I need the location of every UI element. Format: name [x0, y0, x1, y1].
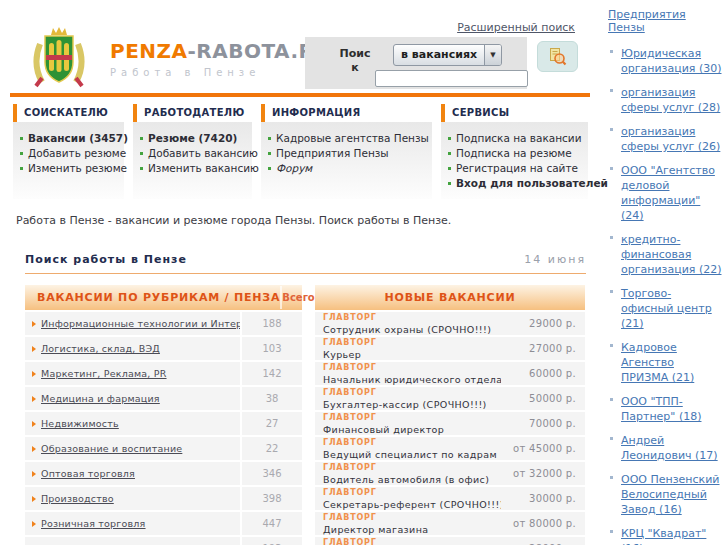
rubric-link-cell: Образование и воспитание — [25, 437, 240, 460]
arrow-right-icon — [32, 421, 36, 427]
company-link[interactable]: Андрей Леонидович (17) — [621, 434, 718, 462]
nav-column: РАБОТОДАТЕЛЮ Резюме (7420)Добавить вакан… — [133, 104, 252, 199]
nav-item[interactable]: Изменить вакансию — [140, 161, 249, 176]
nav-item[interactable]: Форум — [268, 161, 429, 176]
company-link[interactable]: кредитно-финансовая организация (22) — [621, 233, 722, 276]
company-link[interactable]: Кадровое Агенство ПРИЗМА (21) — [621, 341, 694, 384]
vacancy-row[interactable]: ГЛАВТОРГ Начальник юридического отдела 6… — [315, 362, 585, 385]
arrow-right-icon — [32, 521, 36, 527]
companies-sidebar-title[interactable]: Предприятия Пензы — [608, 8, 722, 34]
company-link[interactable]: организация сферы услуг (26) — [621, 125, 720, 153]
vacancy-salary: 60000 р. — [501, 368, 585, 379]
search-button[interactable] — [537, 41, 578, 72]
nav-item-label: Форум — [276, 162, 312, 174]
rubric-row: Оптовая торговля 346 — [25, 462, 302, 485]
nav-item[interactable]: Подписка на вакансии — [448, 131, 585, 146]
company-list-item: организация сферы услуг (28) — [608, 84, 722, 114]
vacancy-info: ГЛАВТОРГ Водитель автомобиля (в офис) — [315, 463, 501, 485]
search-input[interactable] — [375, 70, 528, 87]
site-title: PENZA-RABOTA.RU — [110, 39, 331, 63]
vacancy-row[interactable]: ГЛАВТОРГ Сотрудник охраны (СРОЧНО!!!) 29… — [315, 312, 585, 335]
company-link[interactable]: ООО "Агентство деловой информации" (24) — [621, 164, 715, 222]
arrow-right-icon — [32, 346, 36, 352]
nav-item[interactable]: Подписка на резюме — [448, 146, 585, 161]
vacancy-company: ГЛАВТОРГ — [323, 463, 501, 472]
rubric-link[interactable]: Медицина и фармация — [41, 393, 160, 404]
company-link[interactable]: КРЦ "Квадрат" (16) — [621, 527, 706, 545]
bullet-icon — [268, 152, 271, 155]
vacancy-row[interactable]: ГЛАВТОРГ Секретарь-референт (СРОЧНО!!!) … — [315, 487, 585, 510]
vacancies-title: НОВЫЕ ВАКАНСИИ — [315, 291, 585, 304]
vacancy-position: Директор магазина — [323, 524, 501, 535]
company-list-item: Юридическая организация (30) — [608, 45, 722, 75]
rubric-link[interactable]: Образование и воспитание — [41, 443, 182, 454]
rubric-row: Недвижимость 27 — [25, 412, 302, 435]
search-scope-select[interactable]: в вакансиях ▼ — [393, 44, 502, 66]
rubric-link[interactable]: Маркетинг, Реклама, PR — [41, 368, 167, 379]
header-divider — [10, 93, 590, 97]
company-list-item: кредитно-финансовая организация (22) — [608, 231, 722, 276]
rubric-count: 398 — [242, 487, 302, 510]
vacancy-row[interactable]: ГЛАВТОРГ Финансовый директор 70000 р. — [315, 412, 585, 435]
rubric-link[interactable]: Информационные технологии и Интернет — [41, 318, 240, 329]
nav-column-items: Подписка на вакансииПодписка на резюмеРе… — [441, 122, 588, 199]
vacancy-salary: 70000 р. — [501, 418, 585, 429]
rubric-link[interactable]: Недвижимость — [41, 418, 119, 429]
nav-item[interactable]: Кадровые агентства Пензы — [268, 131, 429, 146]
nav-item-label: Предприятия Пензы — [276, 147, 389, 159]
nav-item[interactable]: Добавить резюме — [20, 146, 121, 161]
vacancy-position: Сотрудник охраны (СРОЧНО!!!) — [323, 324, 501, 335]
rubric-count: 38 — [242, 387, 302, 410]
nav-item[interactable]: Регистрация на сайте — [448, 161, 585, 176]
vacancy-salary: от 80000 р. — [501, 518, 585, 529]
vacancy-company: ГЛАВТОРГ — [323, 438, 501, 447]
nav-item[interactable]: Вакансии (3457) — [20, 131, 121, 146]
search-label: Поиск — [337, 47, 373, 75]
nav-item-label: Изменить резюме — [28, 162, 127, 174]
vacancy-row[interactable]: ГЛАВТОРГ Водитель автомобиля (в офис) от… — [315, 462, 585, 485]
nav-item[interactable]: Добавить вакансию — [140, 146, 249, 161]
penza-coat-of-arms-icon — [30, 26, 88, 88]
nav-item[interactable]: Резюме (7420) — [140, 131, 249, 146]
bullet-icon — [268, 137, 271, 140]
chevron-down-icon[interactable]: ▼ — [484, 45, 501, 65]
nav-item-label: Регистрация на сайте — [456, 162, 578, 174]
rubric-link[interactable]: Розничная торговля — [41, 518, 146, 529]
vacancy-company: ГЛАВТОРГ — [323, 538, 501, 545]
vacancy-info: ГЛАВТОРГ Бухгалтер-кассир (СРОЧНО!!!) — [315, 388, 501, 410]
nav-item[interactable]: Вход для пользователей — [448, 176, 585, 191]
company-list-item: Торгово-офисный центр (21) — [608, 285, 722, 330]
rubric-link[interactable]: Производство — [41, 493, 114, 504]
company-link[interactable]: Юридическая организация (30) — [621, 47, 722, 75]
vacancy-row[interactable]: ГЛАВТОРГ Продавец-консультант от 28000 р… — [315, 537, 585, 545]
nav-item[interactable]: Предприятия Пензы — [268, 146, 429, 161]
rubric-link[interactable]: Оптовая торговля — [41, 468, 135, 479]
rubrics-table-header: ВАКАНСИИ ПО РУБРИКАМ / ПЕНЗА Всего — [25, 285, 302, 310]
vacancy-info: ГЛАВТОРГ Курьер — [315, 338, 501, 360]
rubric-count: 346 — [242, 462, 302, 485]
company-link[interactable]: организация сферы услуг (28) — [621, 86, 720, 114]
vacancy-salary: от 32000 р. — [501, 468, 585, 479]
vacancy-row[interactable]: ГЛАВТОРГ Ведущий специалист по кадрам от… — [315, 437, 585, 460]
vacancy-info: ГЛАВТОРГ Сотрудник охраны (СРОЧНО!!!) — [315, 313, 501, 335]
vacancy-position: Водитель автомобиля (в офис) — [323, 474, 501, 485]
rubric-count: 188 — [242, 312, 302, 335]
company-link[interactable]: ООО "ТПП-Партнер" (18) — [621, 395, 701, 423]
nav-column: ИНФОРМАЦИЯ Кадровые агентства ПензыПредп… — [261, 104, 432, 199]
rubric-link-cell: Медицина и фармация — [25, 387, 240, 410]
vacancy-row[interactable]: ГЛАВТОРГ Директор магазина от 80000 р. — [315, 512, 585, 535]
vacancy-salary: 27000 р. — [501, 343, 585, 354]
vacancy-info: ГЛАВТОРГ Секретарь-референт (СРОЧНО!!!) — [315, 488, 501, 510]
logo[interactable]: PENZA-RABOTA.RU Работа в Пензе — [30, 26, 331, 88]
vacancy-position: Бухгалтер-кассир (СРОЧНО!!!) — [323, 399, 501, 410]
company-link[interactable]: ООО Пензенский Велосипедный Завод (16) — [621, 473, 720, 516]
advanced-search-link[interactable]: Расширенный поиск — [457, 21, 575, 34]
vacancy-row[interactable]: ГЛАВТОРГ Бухгалтер-кассир (СРОЧНО!!!) 50… — [315, 387, 585, 410]
rubric-link[interactable]: Логистика, склад, ВЭД — [41, 343, 160, 354]
company-link[interactable]: Торгово-офисный центр (21) — [621, 287, 712, 330]
rubric-count: 193 — [242, 537, 302, 545]
nav-item[interactable]: Изменить резюме — [20, 161, 121, 176]
nav-column-items: Кадровые агентства ПензыПредприятия Пенз… — [261, 122, 432, 199]
vacancy-row[interactable]: ГЛАВТОРГ Курьер 27000 р. — [315, 337, 585, 360]
nav-item-label: Добавить резюме — [28, 147, 126, 159]
